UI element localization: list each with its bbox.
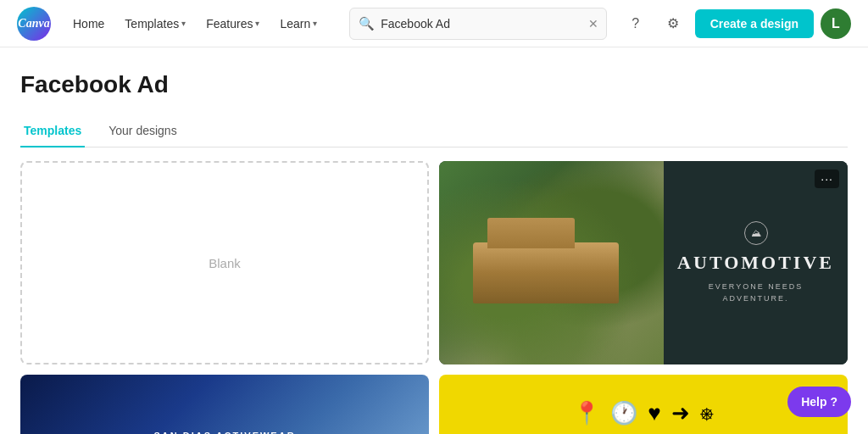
steering-wheel-icon: ⎈ [700,400,714,426]
dash-icon: ➜ [671,400,690,426]
create-design-button[interactable]: Create a design [695,9,814,38]
header: Canva Home Templates ▾ Features ▾ Learn … [0,0,868,47]
activewear-label: SAN DIAS ACTIVEWEAR [153,431,295,434]
nav-learn[interactable]: Learn ▾ [271,12,326,36]
tab-your-designs[interactable]: Your designs [105,115,180,147]
settings-button[interactable]: ⚙ [658,8,688,39]
tab-templates[interactable]: Templates [20,115,85,147]
more-dots-icon: ··· [821,172,833,186]
search-input[interactable] [349,8,607,40]
logo-text: Canva [18,17,49,31]
bottom-template-row: SAN DIAS ACTIVEWEAR 📍 🕐 ♥ ➜ ⎈ [20,375,848,434]
nav-templates[interactable]: Templates ▾ [116,12,194,36]
blank-template-card[interactable]: Blank [20,161,429,364]
gear-icon: ⚙ [667,15,679,31]
auto-title: AUTOMOTIVE [677,252,834,274]
header-actions: ? ⚙ Create a design L [620,8,851,39]
automotive-photo [439,161,664,364]
templates-chevron-icon: ▾ [181,19,186,28]
auto-brand-icon: ⛰ [744,221,768,245]
avatar[interactable]: L [821,8,851,39]
canva-logo[interactable]: Canva [17,7,51,41]
car-shape [473,242,619,303]
heart-icon: ♥ [648,400,660,426]
mountain-icon: ⛰ [751,227,761,239]
search-icon: 🔍 [359,16,375,31]
template-grid: Blank ⛰ AUTOMOTIVE Everyone Needs Advent… [20,161,848,364]
activewear-template-card[interactable]: SAN DIAS ACTIVEWEAR [20,375,429,434]
nav-home[interactable]: Home [64,12,113,36]
location-pin-icon: 📍 [573,400,600,426]
card-more-button[interactable]: ··· [815,170,839,188]
search-wrapper: 🔍 ✕ [349,8,607,40]
automotive-template-card[interactable]: ⛰ AUTOMOTIVE Everyone Needs Adventure. ·… [439,161,848,364]
tabs: Templates Your designs [20,115,848,147]
auto-subtitle: Everyone Needs Adventure. [709,281,803,305]
clock-icon: 🕐 [610,400,637,426]
help-label: Help ? [801,395,837,409]
blank-label: Blank [209,256,241,270]
icons-template-card[interactable]: 📍 🕐 ♥ ➜ ⎈ [439,375,848,434]
question-circle-icon: ? [632,16,639,31]
page-title: Facebook Ad [20,71,848,98]
help-icon-button[interactable]: ? [620,8,651,39]
automotive-text-panel: ⛰ AUTOMOTIVE Everyone Needs Adventure. [664,161,848,364]
learn-chevron-icon: ▾ [313,19,317,28]
help-button[interactable]: Help ? [787,387,851,417]
nav-features[interactable]: Features ▾ [198,12,268,36]
main-content: Facebook Ad Templates Your designs Blank… [0,47,868,434]
search-clear-icon[interactable]: ✕ [588,17,598,31]
automotive-card-inner: ⛰ AUTOMOTIVE Everyone Needs Adventure. [439,161,848,364]
main-nav: Home Templates ▾ Features ▾ Learn ▾ [64,12,326,36]
features-chevron-icon: ▾ [255,19,259,28]
